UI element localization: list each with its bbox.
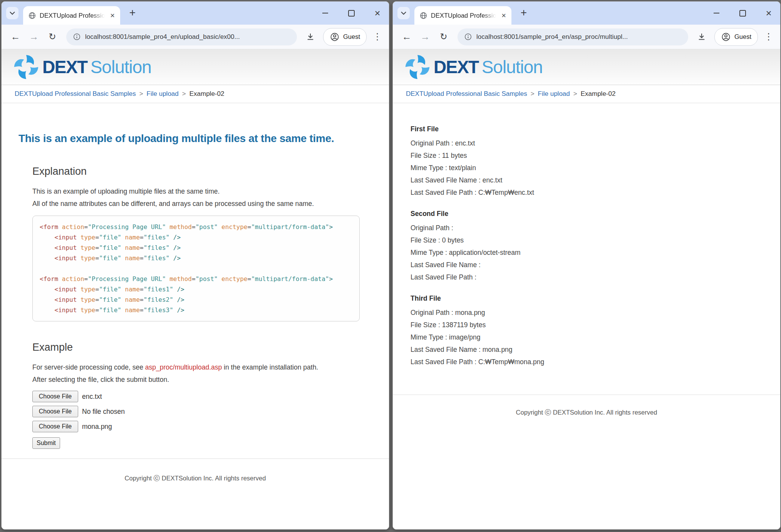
window-minimize-button[interactable] [707,2,726,25]
page-title: This is an example of uploading multiple… [18,132,389,146]
tab-close-icon[interactable]: × [109,12,116,19]
tab-strip: DEXTUpload Professional Basic × + × [393,2,780,25]
forward-button[interactable]: → [416,31,434,42]
file-detail-row: Mime Type : text/plain [411,162,780,174]
file-detail-row: Original Path : enc.txt [411,137,780,149]
browser-tab[interactable]: DEXTUpload Professional Basic × [23,6,120,25]
code-line: <input type="file" name="files2" /> [40,294,352,305]
back-button[interactable]: ← [6,31,25,42]
choose-file-button[interactable]: Choose File [32,421,78,432]
menu-icon[interactable]: ⋮ [762,32,776,42]
explanation-heading: Explanation [32,165,389,178]
menu-icon[interactable]: ⋮ [370,32,384,42]
browser-toolbar: ← → ↻ localhost:8001/sample_pro4_en/asp_… [393,25,780,49]
reload-button[interactable]: ↻ [43,32,62,42]
breadcrumb-separator: > [139,90,143,98]
file-input-list: Choose Fileenc.txtChoose FileNo file cho… [32,391,389,432]
back-button[interactable]: ← [397,31,416,42]
browser-tab[interactable]: DEXTUpload Professional Basic × [414,6,511,25]
submit-button[interactable]: Submit [32,437,60,449]
globe-favicon-icon [28,12,36,19]
file-info-section: Third FileOriginal Path : mona.pngFile S… [411,293,780,368]
note-text: For server-side processing code, see [32,363,145,371]
file-detail-row: Last Saved File Name : mona.png [411,343,780,356]
url-text: localhost:8001/sample_pro4_en/upload_bas… [85,33,240,41]
breadcrumb-link[interactable]: DEXTUpload Professional Basic Samples [406,90,527,98]
reload-button[interactable]: ↻ [434,32,453,42]
window-maximize-button[interactable] [342,2,360,25]
globe-favicon-icon [420,12,427,19]
site-info-icon[interactable] [73,33,80,40]
breadcrumb: DEXTUpload Professional Basic Samples>Fi… [2,85,389,103]
page-upload-form: DEXT Solution DEXTUpload Professional Ba… [2,49,389,529]
dextsolution-logo[interactable]: DEXT Solution [13,54,151,80]
window-controls: × [308,2,387,25]
explanation-paragraph: This is an example of uploading multiple… [32,186,389,197]
file-detail-row: Mime Type : application/octet-stream [411,246,780,259]
address-bar[interactable]: localhost:8001/sample_pro4_en/upload_bas… [66,28,297,45]
file-info-section: First FileOriginal Path : enc.txtFile Si… [411,124,780,199]
profile-button[interactable]: Guest [323,28,367,46]
breadcrumb-link[interactable]: File upload [538,90,570,98]
url-text: localhost:8001/sample_pro4_en/asp_proc/m… [476,33,628,41]
downloads-icon[interactable] [693,32,711,42]
window-close-button[interactable]: × [759,2,778,25]
profile-button[interactable]: Guest [714,28,758,46]
chevron-down-icon [10,12,15,15]
tab-close-icon[interactable]: × [500,12,508,19]
site-header: DEXT Solution [2,49,389,85]
asp-proc-link[interactable]: asp_proc/multiupload.asp [145,363,222,371]
file-detail-row: Last Saved File Path : [411,271,780,283]
note-text: in the example installation path. [222,363,318,371]
code-line [40,263,352,274]
file-input-row: Choose Filemona.png [32,421,389,432]
tab-search-button[interactable] [397,7,410,19]
code-line: <input type="file" name="files3" /> [40,305,352,315]
breadcrumb-current: Example-02 [581,90,616,98]
window-close-button[interactable]: × [368,2,387,25]
file-detail-row: Original Path : mona.png [411,306,780,319]
forward-button[interactable]: → [25,31,43,42]
logo-text-dext: DEXT [42,57,87,77]
tab-title: DEXTUpload Professional Basic [40,12,105,19]
site-header: DEXT Solution [393,49,780,85]
file-input-row: Choose Fileenc.txt [32,391,389,402]
file-detail-row: Last Saved File Path : C:₩Temp₩mona.png [411,356,780,368]
choose-file-button[interactable]: Choose File [32,391,78,402]
submit-note: After selecting the file, click the subm… [32,374,389,385]
breadcrumb-link[interactable]: File upload [147,90,179,98]
code-line: <input type="file" name="files1" /> [40,284,352,294]
browser-window-left: DEXTUpload Professional Basic × + × ← → … [1,1,389,530]
logo-text-solution: Solution [482,57,543,77]
close-icon: × [766,8,771,18]
site-info-icon[interactable] [464,33,472,40]
code-line: <input type="file" name="files" /> [40,253,352,263]
dextsolution-logo[interactable]: DEXT Solution [404,54,543,80]
file-detail-row: Last Saved File Name : [411,259,780,271]
breadcrumb: DEXTUpload Professional Basic Samples>Fi… [393,85,780,103]
breadcrumb-link[interactable]: DEXTUpload Professional Basic Samples [15,90,136,98]
tab-search-button[interactable] [6,7,18,19]
code-line: <input type="file" name="files" /> [40,243,352,253]
minimize-icon [714,13,719,13]
file-status-label: enc.txt [82,393,102,401]
downloads-icon[interactable] [302,32,319,42]
file-status-label: No file chosen [82,408,125,416]
window-minimize-button[interactable] [316,2,334,25]
maximize-icon [739,10,746,17]
new-tab-button[interactable]: + [126,7,139,19]
page-upload-result: DEXT Solution DEXTUpload Professional Ba… [393,49,780,529]
new-tab-button[interactable]: + [518,7,530,19]
file-input-row: Choose FileNo file chosen [32,406,389,417]
address-bar[interactable]: localhost:8001/sample_pro4_en/asp_proc/m… [458,28,688,45]
window-maximize-button[interactable] [733,2,752,25]
breadcrumb-current: Example-02 [189,90,225,98]
page-footer: Copyright ⓒ DEXTSolution Inc. All rights… [393,395,780,417]
pinwheel-logo-icon [13,54,39,80]
file-section-title: Second File [411,209,780,219]
file-detail-row: Original Path : [411,222,780,234]
example-heading: Example [32,341,389,354]
choose-file-button[interactable]: Choose File [32,406,78,417]
logo-text-solution: Solution [91,57,151,77]
code-sample-block: <form action="Processing Page URL" metho… [32,216,360,321]
